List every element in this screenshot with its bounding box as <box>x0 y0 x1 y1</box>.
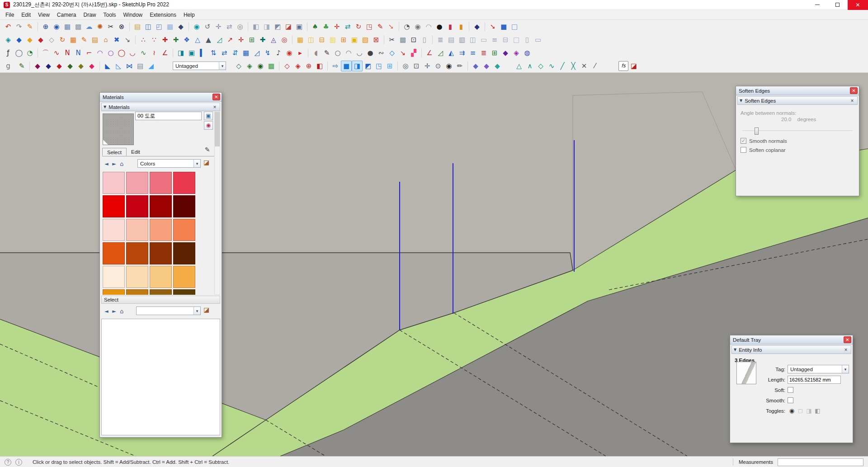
toolbar-icon[interactable]: ⊡ <box>411 61 422 71</box>
arc-icon[interactable]: ⌒ <box>40 47 51 58</box>
secondary-collection-dropdown[interactable]: ▾ <box>136 307 201 315</box>
toolbar-icon[interactable]: ✺ <box>94 21 105 32</box>
zoom-icon[interactable]: ◎ <box>400 61 411 71</box>
paint-bucket-icon[interactable]: ◪ <box>628 61 639 71</box>
menu-item-draw[interactable]: Draw <box>80 10 100 20</box>
toolbar-icon[interactable]: ≡ <box>489 34 500 45</box>
toolbar-icon[interactable]: ⊞ <box>384 61 395 71</box>
toolbar-icon[interactable]: ✚ <box>170 34 181 45</box>
toolbar-icon[interactable]: ↘ <box>397 47 408 58</box>
toolbar-icon[interactable]: ◇ <box>282 61 292 71</box>
toolbar-icon[interactable]: ⇉ <box>457 47 467 58</box>
soft-checkbox[interactable] <box>788 387 793 393</box>
toolbar-icon[interactable]: ◠ <box>94 47 105 58</box>
scrollbar-thumb[interactable] <box>215 112 220 146</box>
toolbar-icon[interactable]: N <box>73 47 84 58</box>
color-swatch[interactable] <box>126 195 148 217</box>
materials-close-button[interactable]: ✕ <box>212 94 220 100</box>
toolbar-icon[interactable]: ◺ <box>113 61 124 71</box>
create-material-icon[interactable]: ◉ <box>204 121 213 130</box>
toolbar-icon[interactable]: ❖ <box>181 34 192 45</box>
toolbar-icon[interactable]: ✚ <box>257 34 268 45</box>
toolbar-icon[interactable]: ▦ <box>295 34 306 45</box>
toolbar-icon[interactable]: ◆ <box>175 21 186 32</box>
toolbar-icon[interactable]: ✚ <box>160 34 170 45</box>
toolbar-icon[interactable]: ↻ <box>57 34 68 45</box>
menu-item-edit[interactable]: Edit <box>18 10 34 20</box>
toolbar-icon[interactable]: ✂ <box>105 21 116 32</box>
color-swatch[interactable] <box>173 289 195 295</box>
toolbar-icon[interactable]: ⋈ <box>124 61 135 71</box>
toolbar-icon[interactable]: ◳ <box>373 61 384 71</box>
toolbar-icon[interactable]: ◆ <box>65 61 75 71</box>
toolbar-icon[interactable]: ◰ <box>154 21 165 32</box>
color-swatch[interactable] <box>173 219 195 241</box>
toolbar-icon[interactable]: ◆ <box>500 47 511 58</box>
toolbar-icon[interactable]: ⊞ <box>338 34 349 45</box>
undo-icon[interactable]: ↶ <box>3 21 14 32</box>
toolbar-icon[interactable]: ▣ <box>186 47 197 58</box>
color-swatch[interactable] <box>150 219 172 241</box>
smooth-checkbox[interactable] <box>788 397 793 403</box>
toolbar-icon[interactable]: ⊞ <box>489 47 500 58</box>
toolbar-icon[interactable]: ◫ <box>306 34 316 45</box>
tab-edit[interactable]: Edit <box>127 148 145 156</box>
color-swatch[interactable] <box>173 242 195 264</box>
menu-item-help[interactable]: Help <box>180 10 198 20</box>
toolbar-icon[interactable]: ⊕ <box>303 61 314 71</box>
orbit-icon[interactable]: ◉ <box>191 21 202 32</box>
toolbar-icon[interactable]: ◨ <box>352 61 363 71</box>
toolbar-icon[interactable]: ◨ <box>261 21 272 32</box>
help-icon[interactable]: ? <box>5 459 11 466</box>
toolbar-icon[interactable]: ◆ <box>470 61 481 71</box>
forward-icon[interactable]: ► <box>110 308 118 314</box>
soften-edges-panel[interactable]: Soften Edges ✕ ▼ Soften Edges × Angle be… <box>736 86 859 196</box>
toolbar-icon[interactable]: ● <box>434 21 445 32</box>
color-swatch[interactable] <box>150 242 172 264</box>
toolbar-icon[interactable]: ◉ <box>412 21 423 32</box>
toolbar-icon[interactable]: ✎ <box>16 61 27 71</box>
toolbar-icon[interactable]: ⌂ <box>100 34 111 45</box>
toolbar-icon[interactable]: ✎ <box>79 34 90 45</box>
color-swatch[interactable] <box>103 266 125 288</box>
toolbar-icon[interactable]: ◡ <box>354 47 365 58</box>
toolbar-icon[interactable]: ⇄ <box>219 47 230 58</box>
color-swatch[interactable] <box>126 219 148 241</box>
toolbar-icon[interactable]: ◆ <box>54 61 65 71</box>
length-input[interactable] <box>788 376 841 384</box>
toolbar-icon[interactable]: ■ <box>498 21 509 32</box>
toolbar-icon[interactable]: ◆ <box>14 34 24 45</box>
toolbar-icon[interactable]: ⊟ <box>316 34 327 45</box>
secondary-pane-icon[interactable]: ▣ <box>204 112 213 120</box>
toolbar-icon[interactable]: ◿ <box>435 47 446 58</box>
tab-select[interactable]: Select <box>102 148 127 156</box>
toolbar-icon[interactable]: ▤ <box>132 21 143 32</box>
rotate-icon[interactable]: ↻ <box>353 21 364 32</box>
toolbar-icon[interactable]: ➘ <box>386 21 396 32</box>
tray-close-button[interactable]: ✕ <box>844 336 851 343</box>
color-swatch[interactable] <box>126 242 148 264</box>
toolbar-icon[interactable]: ◆ <box>24 34 35 45</box>
back-icon[interactable]: ◄ <box>103 161 110 167</box>
toolbar-icon[interactable]: ⊗ <box>116 21 127 32</box>
secondary-select-header[interactable]: Select <box>101 296 220 304</box>
toolbar-icon[interactable]: ◣ <box>102 61 113 71</box>
entity-info-rollup-header[interactable]: ▼ Entity Info × <box>731 345 851 354</box>
color-swatch[interactable] <box>103 172 125 194</box>
toolbar-icon[interactable]: ▞ <box>408 47 419 58</box>
toolbar-icon[interactable]: ▯ <box>522 34 533 45</box>
toolbar-icon[interactable]: ✖ <box>111 34 122 45</box>
toolbar-icon[interactable]: ╳ <box>568 61 579 71</box>
color-swatch[interactable] <box>103 219 125 241</box>
materials-scrollbar[interactable] <box>214 112 220 295</box>
toolbar-icon[interactable]: ✕ <box>579 61 590 71</box>
toolbar-icon[interactable]: ∠ <box>424 47 435 58</box>
toolbar-icon[interactable]: △ <box>192 34 203 45</box>
menu-item-view[interactable]: View <box>34 10 53 20</box>
toolbar-icon[interactable]: ◳ <box>364 21 375 32</box>
toolbar-icon[interactable]: △ <box>514 61 524 71</box>
color-swatch[interactable] <box>173 195 195 217</box>
default-tray-panel[interactable]: Default Tray ✕ ▼ Entity Info × 3 Edges T… <box>730 335 853 443</box>
menu-item-extensions[interactable]: Extensions <box>146 10 180 20</box>
toolbar-icon[interactable]: ≀ <box>149 47 160 58</box>
